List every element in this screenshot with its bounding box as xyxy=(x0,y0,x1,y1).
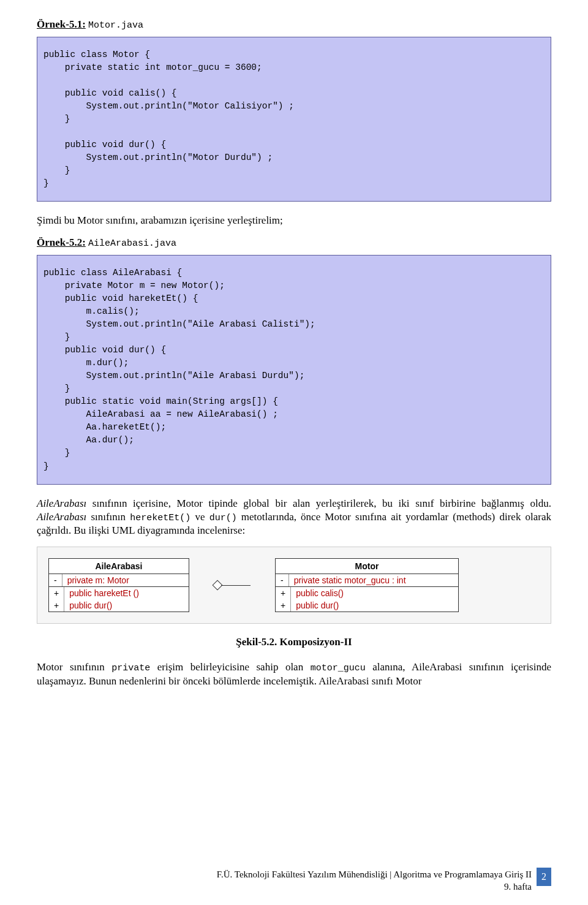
uml-aggregation-connector xyxy=(214,585,251,586)
example-2-label: Örnek-5.2: AileArabasi.java xyxy=(37,237,551,249)
uml-right-attr-0-text: private static motor_gucu : int xyxy=(288,574,458,586)
para2-and: ve xyxy=(190,511,209,523)
uml-right-attrs: - private static motor_gucu : int xyxy=(276,574,458,587)
page-footer: F.Ü. Teknoloji Fakültesi Yazılım Mühendi… xyxy=(0,869,588,893)
connector-line xyxy=(221,585,251,586)
code-block-2: public class AileArabasi { private Motor… xyxy=(37,255,551,484)
para3-code-2: motor_gucu xyxy=(311,663,366,673)
uml-diagram: AileArabasi - private m: Motor + public … xyxy=(37,547,551,624)
uml-right-attr-0-vis: - xyxy=(276,574,288,586)
para3-text-2: erişim belirleyicisine sahip olan xyxy=(150,661,310,673)
uml-left-name: AileArabasi xyxy=(49,559,189,574)
uml-right-op-0-vis: + xyxy=(276,587,291,599)
uml-left-op-0-vis: + xyxy=(49,587,64,599)
para3-text-1: Motor sınıfının xyxy=(37,661,111,673)
uml-right-op-0-text: public calis() xyxy=(291,587,458,599)
uml-left-op-1-text: public dur() xyxy=(64,599,189,612)
para2-italic-1: AileArabası xyxy=(37,498,86,509)
para2-italic-2: AileArabası xyxy=(37,511,86,523)
para2-code-2: dur() xyxy=(209,513,237,523)
example-1-label: Örnek-5.1: Motor.java xyxy=(37,18,551,31)
uml-class-ailearabasi: AileArabasi - private m: Motor + public … xyxy=(48,558,189,612)
example-2-filename: AileArabasi.java xyxy=(88,238,176,249)
para2-code-1: hereketEt() xyxy=(130,513,190,523)
para3-code-1: private xyxy=(111,663,150,673)
example-1-prefix: Örnek-5.1: xyxy=(37,18,86,30)
example-1-filename: Motor.java xyxy=(88,20,143,31)
example-2-prefix: Örnek-5.2: xyxy=(37,237,86,248)
uml-right-ops: + public calis() + public dur() xyxy=(276,587,458,612)
para2-text-2: sınıfının xyxy=(86,511,130,523)
code-block-1: public class Motor { private static int … xyxy=(37,37,551,202)
footer-line-1: F.Ü. Teknoloji Fakültesi Yazılım Mühendi… xyxy=(217,869,532,881)
uml-class-motor: Motor - private static motor_gucu : int … xyxy=(275,558,459,612)
uml-right-name: Motor xyxy=(276,559,458,574)
para2-text-1: sınıfının içerisine, Motor tipinde globa… xyxy=(86,498,551,509)
uml-left-ops: + public hareketEt () + public dur() xyxy=(49,587,189,612)
uml-left-op-1-vis: + xyxy=(49,599,64,612)
footer-text: F.Ü. Teknoloji Fakültesi Yazılım Mühendi… xyxy=(217,869,532,893)
page-number: 2 xyxy=(537,868,551,886)
uml-right-op-1-vis: + xyxy=(276,599,291,612)
uml-left-op-0-text: public hareketEt () xyxy=(64,587,189,599)
uml-left-attrs: - private m: Motor xyxy=(49,574,189,587)
uml-right-op-1-text: public dur() xyxy=(291,599,458,612)
uml-left-attr-0-vis: - xyxy=(49,574,62,586)
uml-left-attr-0-text: private m: Motor xyxy=(62,574,189,586)
paragraph-3: Motor sınıfının private erişim belirleyi… xyxy=(37,661,551,688)
paragraph-2: AileArabası sınıfının içerisine, Motor t… xyxy=(37,497,551,538)
paragraph-1: Şimdi bu Motor sınıfını, arabamızın içer… xyxy=(37,214,551,227)
figure-caption: Şekil-5.2. Komposizyon-II xyxy=(37,636,551,648)
footer-line-2: 9. hafta xyxy=(217,881,532,893)
